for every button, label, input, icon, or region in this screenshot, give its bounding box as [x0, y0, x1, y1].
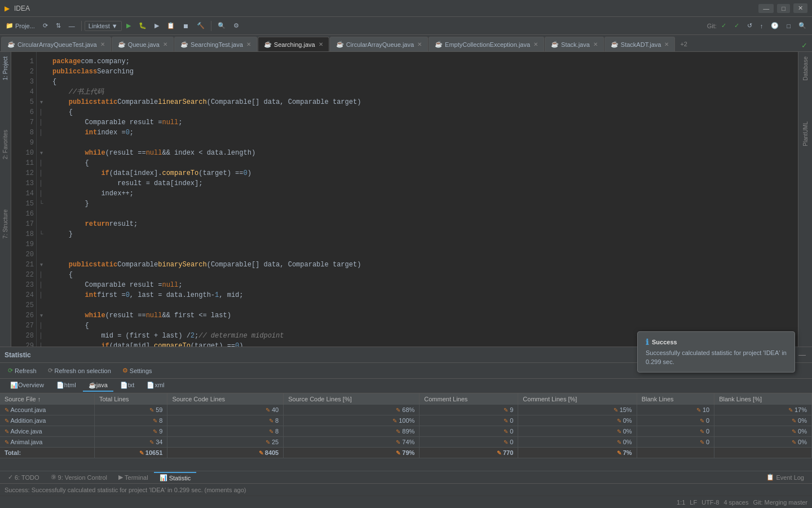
cell-file: ✎ Account.java	[0, 405, 94, 415]
cell-cmt-pct: ✎ 0%	[518, 415, 637, 426]
maximize-btn[interactable]: □	[777, 4, 790, 13]
overview-icon: 📊	[10, 382, 18, 388]
close-icon[interactable]: ✕	[246, 41, 251, 47]
tab-searchingtest[interactable]: ☕ SearchingTest.java ✕	[174, 37, 257, 51]
checkmark-btn[interactable]: ✓	[798, 40, 811, 51]
git-check2-btn[interactable]: ✓	[731, 20, 743, 31]
profile-btn[interactable]: 📋	[164, 20, 178, 31]
btab-todo[interactable]: ✓ 6: TODO	[2, 472, 45, 482]
panel-project-tab[interactable]: 1: Project	[2, 54, 8, 82]
find-btn[interactable]: 🔍	[795, 20, 810, 31]
btab-eventlog[interactable]: 📋 Event Log	[761, 472, 810, 482]
col-source-file[interactable]: Source File ↑	[0, 393, 94, 405]
col-cmt-pct[interactable]: Comment Lines [%]	[518, 393, 637, 405]
right-panel-plantuml[interactable]: PlantUML	[801, 119, 810, 148]
tab-overview[interactable]: 📊Overview	[5, 380, 50, 392]
line-separator[interactable]: LF	[690, 499, 697, 506]
bottom-tabs: ✓ 6: TODO ⑨ 9: Version Control ▶ Termina…	[0, 471, 812, 483]
btab-statistic[interactable]: 📊 Statistic	[154, 472, 197, 483]
run-btn[interactable]: ▶	[123, 20, 134, 31]
cell-total-blank	[637, 448, 714, 458]
panel-favorites-tab[interactable]: 2: Favorites	[2, 128, 8, 161]
java-icon: ☕	[180, 41, 188, 48]
cell-total: ✎ 59	[94, 405, 167, 415]
project-dropdown-btn[interactable]: 📁 Proje...	[2, 20, 38, 31]
git-branch[interactable]: Git: Merging master	[753, 499, 807, 506]
cell-src: ✎ 25	[167, 437, 284, 448]
java-icon: ☕	[7, 41, 15, 48]
cell-blank: ✎ 10	[637, 405, 714, 415]
tab-emptycollection[interactable]: ☕ EmptyCollectionException.java ✕	[429, 37, 544, 51]
git-push-btn[interactable]: ↑	[757, 21, 767, 31]
statusbar: Success: Successfully calculated statist…	[0, 483, 812, 496]
close-icon[interactable]: ✕	[533, 41, 538, 47]
minimize-btn[interactable]: —	[758, 4, 774, 13]
sync-btn[interactable]: ⟳	[39, 20, 51, 31]
editor: 12345 678910 1112131415 1617181920 21222…	[11, 52, 798, 347]
refresh-selection-icon: ⟳	[48, 367, 53, 374]
tab-searching[interactable]: ☕ Searching.java ✕	[258, 37, 329, 51]
tab-txt[interactable]: 📄txt	[114, 380, 140, 392]
collapse-btn[interactable]: —	[65, 21, 78, 31]
git-revert-btn[interactable]: ↺	[744, 20, 756, 31]
col-blank-lines[interactable]: Blank Lines	[637, 393, 714, 405]
panel-structure-tab[interactable]: 7: Structure	[2, 207, 8, 241]
cell-cmt: ✎ 0	[420, 415, 518, 426]
col-blank-pct[interactable]: Blank Lines [%]	[714, 393, 812, 405]
close-icon[interactable]: ✕	[593, 41, 598, 47]
tab-stack[interactable]: ☕ Stack.java ✕	[545, 37, 604, 51]
stop-btn[interactable]: ⏹	[179, 21, 192, 31]
run-config-btn[interactable]: Linktest ▼	[85, 21, 122, 31]
debug-btn[interactable]: 🐛	[135, 20, 150, 31]
settings-stat-btn[interactable]: ⚙ Settings	[119, 366, 156, 375]
tab-xml[interactable]: 📄xml	[141, 380, 170, 392]
right-sidebar: Database PlantUML	[798, 52, 812, 347]
txt-icon: 📄	[120, 382, 128, 388]
refresh-on-selection-btn[interactable]: ⟳ Refresh on selection	[45, 366, 114, 375]
col-src-lines[interactable]: Source Code Lines	[167, 393, 284, 405]
close-icon[interactable]: ✕	[417, 41, 422, 47]
cell-blank-pct: ✎ 0%	[714, 426, 812, 437]
git-check-btn[interactable]: ✓	[718, 20, 730, 31]
sort-btn[interactable]: ⇅	[52, 20, 64, 31]
indent-setting[interactable]: 4 spaces	[723, 499, 748, 506]
tab-more[interactable]: +2	[676, 37, 692, 51]
notification-body: Successfully calculated statistic for pr…	[646, 349, 787, 366]
notification-header: ℹ Success	[646, 338, 787, 347]
layout-btn[interactable]: □	[783, 21, 794, 31]
bottom-tabs-left: ✓ 6: TODO ⑨ 9: Version Control ▶ Termina…	[2, 472, 196, 483]
btab-vcs[interactable]: ⑨ 9: Version Control	[45, 472, 113, 482]
close-icon[interactable]: ✕	[100, 41, 105, 47]
tab-stackadt[interactable]: ☕ StackADT.java ✕	[604, 37, 676, 51]
close-icon[interactable]: ✕	[319, 41, 323, 47]
close-icon[interactable]: ✕	[163, 41, 167, 47]
col-total-lines[interactable]: Total Lines	[94, 393, 167, 405]
col-src-pct[interactable]: Source Code Lines [%]	[284, 393, 420, 405]
build-btn[interactable]: 🔨	[193, 20, 208, 31]
tab-circularqueuetest[interactable]: ☕ CircularArrayQueueTest.java ✕	[1, 37, 111, 51]
cell-total: ✎ 8	[94, 415, 167, 426]
close-icon[interactable]: ✕	[664, 41, 669, 47]
fold-gutter: ▾ │ │ │ ▾ │ │ │ │ └ └ ▾ │ │ │	[37, 52, 46, 347]
search-everywhere-btn[interactable]: 🔍	[214, 20, 229, 31]
encoding[interactable]: UTF-8	[701, 499, 719, 506]
code-editor[interactable]: package com.company; public class Search…	[46, 52, 798, 347]
tab-html[interactable]: 📄html	[51, 380, 82, 392]
cursor-position[interactable]: 1:1	[677, 499, 685, 506]
cell-src-pct: ✎ 74%	[284, 437, 420, 448]
tab-java[interactable]: ☕java	[83, 380, 113, 392]
cell-cmt: ✎ 0	[420, 426, 518, 437]
panel-minimize-btn[interactable]: —	[797, 351, 807, 359]
right-panel-database[interactable]: Database	[801, 54, 810, 83]
col-cmt-lines[interactable]: Comment Lines	[420, 393, 518, 405]
cell-cmt: ✎ 9	[420, 405, 518, 415]
tab-queue[interactable]: ☕ Queue.java ✕	[112, 37, 174, 51]
refresh-btn[interactable]: ⟳ Refresh	[5, 366, 40, 375]
settings-btn[interactable]: ⚙	[230, 20, 242, 31]
tab-circularqueue[interactable]: ☕ CircularArrayQueue.java ✕	[330, 37, 428, 51]
close-btn[interactable]: ✕	[793, 3, 807, 13]
coverage-btn[interactable]: ▶	[151, 20, 162, 31]
btab-terminal[interactable]: ▶ Terminal	[113, 472, 154, 482]
git-history-btn[interactable]: 🕐	[767, 20, 782, 31]
notification-icon: ℹ	[646, 338, 648, 347]
